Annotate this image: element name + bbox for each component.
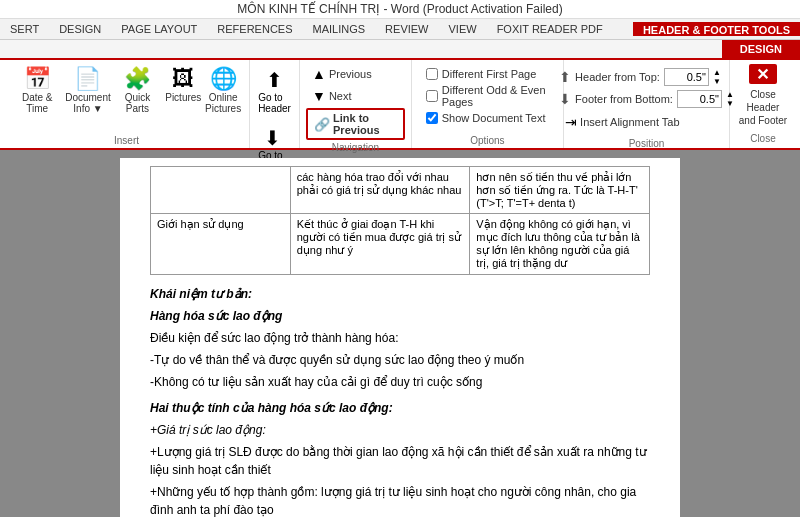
tab-review[interactable]: REVIEW (375, 19, 438, 39)
table-row: Giới hạn sử dụng Kết thúc ở giai đoạn T-… (151, 214, 650, 275)
position-group-label: Position (629, 136, 665, 149)
insert-alignment-tab-button[interactable]: ⇥ Insert Alignment Tab (559, 112, 734, 132)
title-text: MÔN KINH TẾ CHÍNH TRỊ - Word (Product Ac… (237, 2, 562, 16)
table-row: các hàng hóa trao đổi với nhau phải có g… (151, 167, 650, 214)
document-info-button[interactable]: 📄 DocumentInfo ▼ (64, 64, 111, 118)
header-from-top-label: Header from Top: (575, 71, 660, 83)
options-content: Different First Page Different Odd & Eve… (418, 64, 557, 128)
ribbon-group-position: ⬆ Header from Top: ▲▼ ⬇ Footer from Bott… (564, 60, 730, 148)
options-group-label: Options (470, 133, 504, 146)
ribbon-tabs-row: SERT DESIGN PAGE LAYOUT REFERENCES MAILI… (0, 19, 800, 40)
different-first-page-checkbox[interactable] (426, 68, 438, 80)
calendar-icon: 📅 (24, 68, 51, 90)
document-table: các hàng hóa trao đổi với nhau phải có g… (150, 166, 650, 275)
goto-header-icon: ⬆ (266, 68, 283, 92)
different-odd-even-checkbox[interactable] (426, 90, 438, 102)
doc-paragraph: +Những yếu tố hợp thành gồm: lượng giá t… (150, 483, 650, 517)
doc-paragraph: Hai thuộc tính của hàng hóa sức lao động… (150, 399, 650, 417)
different-odd-even-option[interactable]: Different Odd & Even Pages (426, 84, 549, 108)
doc-paragraph: -Không có tư liệu sản xuất hay của cải g… (150, 373, 650, 391)
hf-tools-label: HEADER & FOOTER TOOLS (633, 22, 800, 36)
doc-paragraph: Điều kiện để sức lao động trở thành hàng… (150, 329, 650, 347)
alignment-tab-icon: ⇥ (565, 114, 577, 130)
table-cell: Kết thúc ở giai đoạn T-H khi người có ti… (290, 214, 470, 275)
date-time-label: Date & Time (16, 92, 58, 114)
header-from-top-input[interactable] (664, 68, 709, 86)
position-content: ⬆ Header from Top: ▲▼ ⬇ Footer from Bott… (553, 64, 740, 136)
header-spin-up[interactable]: ▲▼ (713, 68, 721, 86)
doc-paragraph: Khái niệm tư bản: (150, 285, 650, 303)
doc-paragraph: +Giá trị sức lao động: (150, 421, 650, 439)
tab-design[interactable]: DESIGN (49, 19, 111, 39)
previous-icon: ▲ (312, 66, 326, 82)
previous-button[interactable]: ▲ Previous (306, 64, 378, 84)
next-icon: ▼ (312, 88, 326, 104)
quick-parts-icon: 🧩 (124, 68, 151, 90)
document-area: các hàng hóa trao đổi với nhau phải có g… (0, 150, 800, 517)
navigation-group-label: Navigation (332, 140, 379, 153)
close-group-label: Close (750, 131, 776, 144)
nav-content: ▲ Previous ▼ Next 🔗 Link to Previous (306, 64, 405, 140)
table-cell (151, 167, 291, 214)
previous-label: Previous (329, 68, 372, 80)
table-cell: các hàng hóa trao đổi với nhau phải có g… (290, 167, 470, 214)
show-document-text-label: Show Document Text (442, 112, 546, 124)
tab-references[interactable]: REFERENCES (207, 19, 302, 39)
insert-group-label: Insert (114, 133, 139, 146)
ribbon-group-insert: 📅 Date & Time 📄 DocumentInfo ▼ 🧩 Quick P… (4, 60, 250, 148)
document-info-label: DocumentInfo ▼ (65, 92, 111, 114)
next-button[interactable]: ▼ Next (306, 86, 357, 106)
pictures-label: Pictures (165, 92, 201, 103)
tab-mailings[interactable]: MAILINGS (303, 19, 376, 39)
ribbon-group-navigation: ▲ Previous ▼ Next 🔗 Link to Previous Nav… (300, 60, 412, 148)
ribbon-group-goto: ⬆ Go toHeader ⬇ Go toFooter (250, 60, 300, 148)
goto-header-button[interactable]: ⬆ Go toHeader (252, 64, 297, 118)
doc-paragraph: Hàng hóa sức lao động (150, 307, 650, 325)
different-first-page-option[interactable]: Different First Page (426, 68, 549, 80)
doc-paragraph: +Lượng giá trị SLĐ được do bằng thời gia… (150, 443, 650, 479)
pictures-icon: 🖼 (172, 68, 194, 90)
close-x-button[interactable]: ✕ (749, 64, 777, 84)
tab-page-layout[interactable]: PAGE LAYOUT (111, 19, 207, 39)
document-content: Khái niệm tư bản: Hàng hóa sức lao động … (150, 285, 650, 517)
different-first-page-label: Different First Page (442, 68, 537, 80)
show-document-text-checkbox[interactable] (426, 112, 438, 124)
header-position-icon: ⬆ (559, 69, 571, 85)
close-hf-label: Close Headerand Footer (738, 88, 788, 127)
ribbon: 📅 Date & Time 📄 DocumentInfo ▼ 🧩 Quick P… (0, 60, 800, 150)
tab-design-active[interactable]: DESIGN (722, 40, 800, 58)
insert-buttons: 📅 Date & Time 📄 DocumentInfo ▼ 🧩 Quick P… (10, 64, 243, 133)
table-cell: hơn nên số tiền thu về phải lớn hơn số t… (470, 167, 650, 214)
link-to-previous-button[interactable]: 🔗 Link to Previous (306, 108, 405, 140)
footer-from-bottom-input[interactable] (677, 90, 722, 108)
quick-parts-button[interactable]: 🧩 Quick Parts (112, 64, 164, 118)
link-icon: 🔗 (314, 117, 330, 132)
document-icon: 📄 (74, 68, 101, 90)
doc-paragraph: -Tự do về thân thể và được quyền sử dụng… (150, 351, 650, 369)
link-to-prev-label: Link to Previous (333, 112, 397, 136)
show-document-text-option[interactable]: Show Document Text (426, 112, 549, 124)
tab-foxit[interactable]: FOXIT READER PDF (487, 19, 613, 39)
design-tab-row: DESIGN (0, 40, 800, 60)
date-time-button[interactable]: 📅 Date & Time (10, 64, 64, 118)
goto-header-label: Go toHeader (258, 92, 291, 114)
footer-position-icon: ⬇ (559, 91, 571, 107)
ribbon-group-close: ✕ Close Headerand Footer Close (730, 60, 796, 148)
footer-from-bottom-row: ⬇ Footer from Bottom: ▲▼ (559, 90, 734, 108)
title-bar: MÔN KINH TẾ CHÍNH TRỊ - Word (Product Ac… (0, 0, 800, 19)
ribbon-group-options: Different First Page Different Odd & Eve… (412, 60, 564, 148)
pictures-button[interactable]: 🖼 Pictures (163, 64, 203, 107)
table-cell: Giới hạn sử dụng (151, 214, 291, 275)
quick-parts-label: Quick Parts (118, 92, 158, 114)
online-pictures-label: OnlinePictures (205, 92, 241, 114)
footer-from-bottom-label: Footer from Bottom: (575, 93, 673, 105)
different-odd-even-label: Different Odd & Even Pages (442, 84, 549, 108)
document-page: các hàng hóa trao đổi với nhau phải có g… (120, 158, 680, 517)
header-from-top-row: ⬆ Header from Top: ▲▼ (559, 68, 734, 86)
online-pictures-button[interactable]: 🌐 OnlinePictures (203, 64, 243, 118)
goto-footer-icon: ⬇ (264, 126, 281, 150)
insert-alignment-tab-label: Insert Alignment Tab (580, 116, 679, 128)
tab-insert[interactable]: SERT (0, 19, 49, 39)
online-pictures-icon: 🌐 (210, 68, 237, 90)
tab-view[interactable]: VIEW (439, 19, 487, 39)
